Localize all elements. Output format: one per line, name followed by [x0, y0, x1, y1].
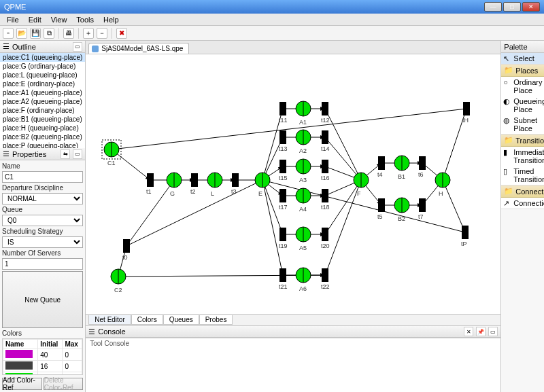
props-toggle-icon[interactable]: ⇆	[61, 149, 70, 159]
palette-item[interactable]: ○Ordinary Place	[501, 77, 544, 96]
bottom-tab-colors[interactable]: Colors	[131, 315, 163, 325]
transition-t7[interactable]	[419, 198, 426, 212]
menu-file[interactable]: File	[3, 15, 23, 24]
outline-item[interactable]: place:G (ordinary-place)	[0, 62, 85, 71]
outline-item[interactable]: place:E (ordinary-place)	[0, 79, 85, 88]
transition-t21[interactable]	[279, 268, 286, 282]
outline-item[interactable]: place:P (queueing-place)	[0, 141, 85, 148]
transition-t6[interactable]	[419, 156, 426, 170]
transition-t15[interactable]	[279, 160, 286, 173]
edge[interactable]	[112, 109, 466, 149]
bottom-tab-queues[interactable]: Queues	[163, 315, 199, 325]
palette-item[interactable]: ↗Connection	[501, 198, 544, 209]
outline-min-icon[interactable]: ▭	[73, 42, 82, 52]
edge[interactable]	[262, 180, 465, 232]
transition-t14[interactable]	[322, 130, 328, 144]
transition-t3[interactable]	[232, 173, 239, 187]
transition-t2[interactable]	[191, 173, 198, 187]
addcolor-button[interactable]: Add Color-Ref	[2, 378, 42, 390]
transition-t16[interactable]	[322, 160, 328, 173]
sched-select[interactable]: IS	[2, 236, 83, 248]
transition-t18[interactable]	[322, 189, 328, 202]
outline-item[interactable]: place:B2 (queueing-place)	[0, 132, 85, 141]
transition-t12[interactable]	[322, 102, 328, 115]
open-icon[interactable]: 📂	[16, 28, 27, 39]
transition-label: t1	[146, 188, 152, 195]
zoomin-icon[interactable]: ＋	[83, 28, 94, 39]
console-clear-icon[interactable]: ✕	[464, 327, 473, 336]
palette-group-transitions[interactable]: 📁Transitions	[501, 135, 544, 147]
palette-group-places[interactable]: 📁Places	[501, 65, 544, 77]
menu-tools[interactable]: Tools	[72, 15, 98, 24]
console-min-icon[interactable]: ▭	[488, 327, 498, 336]
palette-item[interactable]: ▮Immediate Transition	[501, 147, 544, 166]
outline-item[interactable]: place:C1 (queueing-place)	[0, 53, 85, 62]
outline-item[interactable]: place:A2 (queueing-place)	[0, 97, 85, 106]
outline-item[interactable]: place:H (queueing-place)	[0, 124, 85, 132]
transition-t11[interactable]	[279, 102, 286, 115]
transition-t17[interactable]	[279, 189, 286, 202]
zoomout-icon[interactable]: －	[97, 28, 107, 39]
maximize-button[interactable]: □	[503, 2, 521, 12]
editor-bottom-tabs: Net EditorColorsQueuesProbes	[86, 314, 500, 325]
palette-item[interactable]: ◐Queueing Place	[501, 96, 544, 115]
outline-list[interactable]: place:C1 (queueing-place)place:G (ordina…	[0, 53, 85, 148]
bottom-tab-probes[interactable]: Probes	[199, 315, 233, 325]
transition-t5[interactable]	[378, 198, 385, 212]
outline-item[interactable]: place:B1 (queueing-place)	[0, 115, 85, 124]
editor-tabstrip: SjAS04Model_6AS-LS.qpe	[86, 41, 500, 54]
minimize-button[interactable]: —	[484, 2, 502, 12]
dep-select[interactable]: NORMAL	[2, 193, 83, 204]
menu-edit[interactable]: Edit	[24, 15, 46, 24]
transition-t19[interactable]	[279, 228, 286, 241]
folder-icon: 📁	[504, 187, 513, 196]
transition-tH[interactable]	[463, 102, 470, 115]
palette-item[interactable]: ◍Subnet Place	[501, 115, 544, 134]
place-label: B1	[398, 173, 405, 180]
delcolor-button[interactable]: Delete Color-Ref	[44, 378, 84, 390]
color-table[interactable]: NameInitialMax400160160	[2, 338, 83, 375]
edge[interactable]	[118, 275, 325, 277]
props-min-icon[interactable]: ▭	[73, 149, 82, 159]
transition-t4[interactable]	[378, 156, 385, 170]
color-row[interactable]: 160	[3, 361, 82, 372]
queue-select[interactable]: Q0	[2, 215, 83, 226]
transition-t22[interactable]	[322, 268, 328, 282]
numservers-input[interactable]	[2, 258, 83, 270]
run-icon[interactable]: ✖	[116, 28, 127, 39]
console-pin-icon[interactable]: 📌	[476, 327, 486, 336]
newqueue-button[interactable]: New Queue	[2, 271, 83, 328]
net-canvas[interactable]: t1t2t3t11t12t13t14t15t16t17t18t19t20t21t…	[86, 54, 500, 314]
print-icon[interactable]: 🖶	[63, 28, 74, 39]
menu-help[interactable]: Help	[99, 15, 123, 24]
dep-label: Departure Discipline	[2, 184, 83, 192]
transition-t1[interactable]	[147, 173, 154, 187]
outline-item[interactable]: place:L (queueing-place)	[0, 71, 85, 79]
transition-label: t5	[377, 213, 383, 220]
edge[interactable]	[325, 180, 361, 275]
close-button[interactable]: ✕	[522, 2, 540, 12]
outline-item[interactable]: place:F (ordinary-place)	[0, 106, 85, 115]
edge[interactable]	[443, 180, 465, 232]
outline-item[interactable]: place:A1 (queueing-place)	[0, 88, 85, 97]
edge[interactable]	[325, 109, 361, 180]
palette-select[interactable]: ↖ Select	[501, 53, 544, 64]
transition-tP[interactable]	[462, 226, 469, 239]
numservers-label: Number Of Servers	[2, 249, 83, 257]
window-titlebar: QPME — □ ✕	[0, 0, 544, 14]
color-row[interactable]: 160	[3, 372, 82, 376]
palette-group-connections[interactable]: 📁Connections	[501, 185, 544, 198]
bottom-tab-net-editor[interactable]: Net Editor	[88, 315, 131, 325]
save-icon[interactable]: 💾	[30, 28, 41, 39]
menu-view[interactable]: View	[47, 15, 71, 24]
color-row[interactable]: 400	[3, 349, 82, 361]
menubar: FileEditViewToolsHelp	[0, 14, 544, 26]
new-icon[interactable]: ▫	[3, 28, 14, 39]
editor-tab[interactable]: SjAS04Model_6AS-LS.qpe	[88, 43, 189, 54]
transition-t0[interactable]	[123, 239, 130, 253]
transition-t13[interactable]	[279, 130, 286, 144]
name-input[interactable]	[2, 171, 83, 183]
saveall-icon[interactable]: ⧉	[44, 28, 54, 39]
palette-item[interactable]: ▯Timed Transition	[501, 166, 544, 185]
transition-t20[interactable]	[322, 228, 328, 241]
